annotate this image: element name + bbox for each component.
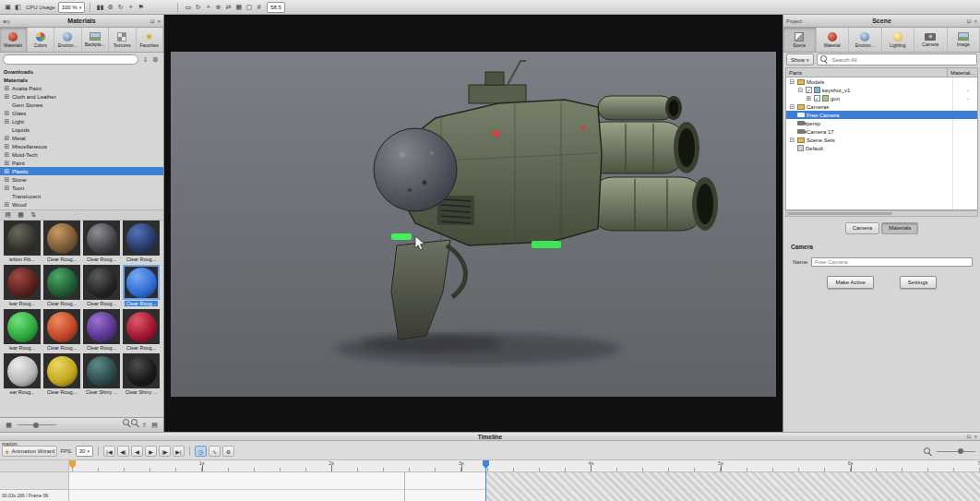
library-tree-item-light[interactable]: ⊞Light [0,117,163,125]
material-thumbnail-clear-roug[interactable]: Clear Roug... [122,265,161,309]
library-tab-textures[interactable]: Textures [109,28,137,52]
parts-column-header[interactable]: Parts [786,68,948,77]
scene-tree-item-camera-17[interactable]: Camera 17 [786,127,977,136]
expander-icon[interactable]: ⊞ [4,201,10,208]
scene-tree-item-gun[interactable]: ⊞✓gun- [786,94,977,102]
sync-icon[interactable]: ↻ [115,2,125,12]
library-tree-item-glass[interactable]: ⊞Glass [0,109,163,117]
slider-handle[interactable] [33,423,39,428]
material-thumbnail-clear-roug[interactable]: Clear Roug... [82,309,122,353]
expander-icon[interactable]: ⊞ [4,93,10,100]
grid-icon[interactable]: ▦ [233,2,244,12]
zoom-icon[interactable] [123,419,131,427]
thumb-view-icon[interactable]: ▦ [16,210,26,221]
close-icon[interactable]: × [974,433,977,440]
library-tab-environ[interactable]: Environ... [54,28,82,52]
library-tree-item-liquids[interactable]: Liquids [0,125,163,134]
library-tab-materials[interactable]: Materials [0,28,28,52]
scene-tree-item-scene-sets[interactable]: ⊟Scene Sets [786,136,977,144]
material-thumbnail-lear-roug[interactable]: lear Roug... [3,265,42,309]
playhead-line[interactable] [485,464,486,501]
library-settings-icon[interactable]: ⚙ [150,54,161,65]
material-column-header[interactable]: Material... [948,68,977,77]
folder-icon[interactable]: ▤ [149,421,160,431]
expander-icon[interactable]: ⊟ [789,103,795,110]
fps-select[interactable]: 30 ▾ [76,446,93,457]
material-thumbnail-clear-roug[interactable]: Clear Roug... [42,265,82,309]
expander-icon[interactable]: ⊞ [4,176,10,183]
grid-view-icon[interactable]: ▦ [4,420,14,430]
project-tab-scene[interactable]: Scene [783,28,817,52]
next-frame-button[interactable]: |▶ [159,446,171,457]
scene-search-input[interactable] [831,56,974,64]
scene-tree-item-cameras[interactable]: ⊟Cameras [786,102,977,111]
timeline-zoom-icon[interactable] [924,447,932,456]
prev-frame-button[interactable]: ◀| [117,446,129,457]
material-thumbnail-arbon-fib[interactable]: arbon Fib... [3,221,42,265]
list-view-icon[interactable]: ▤ [3,210,13,221]
library-tab-favorites[interactable]: ★Favorites [137,28,164,52]
realtime-viewport[interactable] [164,15,783,432]
close-icon[interactable]: × [974,18,977,25]
library-tree-item-mold-tech[interactable]: ⊞Mold-Tech [0,150,163,159]
expander-icon[interactable]: ⊟ [789,137,795,143]
library-tree-item-toon[interactable]: ⊞Toon [0,184,163,192]
flip-icon[interactable]: ⇄ [223,2,233,12]
scrollbar-thumb[interactable] [787,212,892,215]
project-tab-material[interactable]: Material [817,28,850,52]
scene-tree-item-persp[interactable]: persp [786,119,977,127]
settings-icon[interactable]: ⚙ [105,2,115,12]
project-tab-lighting[interactable]: Lighting [882,28,915,52]
expander-icon[interactable]: ⊞ [4,160,10,166]
material-thumbnail-clear-roug[interactable]: Clear Roug... [82,221,122,265]
up-icon[interactable]: ⇧ [139,421,149,431]
library-tab-backpla[interactable]: Backpla... [82,28,110,52]
expander-icon[interactable]: ⊞ [4,185,10,191]
expander-icon[interactable]: ⊞ [4,118,10,125]
expander-icon[interactable]: ⊞ [4,85,10,91]
material-thumbnail-clear-shiny[interactable]: Clear Shiny ... [82,353,122,398]
scene-tree-item-free-camera[interactable]: Free Camera [786,111,977,119]
material-thumbnail-clear-roug[interactable]: Clear Roug... [42,221,82,265]
pause-icon[interactable]: ▮▮ [95,2,105,12]
expander-icon[interactable]: ⊟ [789,78,795,85]
timeline-zoom-slider[interactable] [937,447,975,456]
scene-tree-hscrollbar[interactable] [785,210,978,217]
expander-icon[interactable]: ⊞ [4,151,10,158]
measure-icon[interactable]: # [254,2,264,12]
library-tree-item-plastic[interactable]: ⊞Plastic [0,167,163,175]
library-tree-item-downloads[interactable]: Downloads [0,67,163,76]
timeline-ruler[interactable]: 1s2s3s4s5s6s7s [0,460,980,472]
material-thumbnail-clear-roug[interactable]: Clear Roug... [42,353,82,398]
expander-icon[interactable]: ⊞ [4,135,10,141]
visibility-checkbox[interactable]: ✓ [806,87,812,93]
library-tree-item-gem-stones[interactable]: Gem Stones [0,101,163,109]
play-reverse-button[interactable]: ◀ [131,446,143,457]
library-tree-item-paint[interactable]: ⊞Paint [0,159,163,167]
go-start-button[interactable]: |◀ [103,446,115,457]
make-active-button[interactable]: Make Active [827,276,873,289]
scene-tree-item-keyshot-v1[interactable]: ⊟✓keyshot_v1- [786,86,977,94]
fit-icon[interactable] [131,419,139,427]
realtime-toggle[interactable]: ◷ [195,446,207,457]
material-thumbnail-ear-roug[interactable]: ear Roug... [3,353,42,398]
library-dock-label[interactable]: ary [3,18,10,24]
select-icon[interactable]: ▭ [183,2,193,12]
timeline-tracks[interactable]: 00:03s:166 / Frame 96 [0,472,980,501]
resolution-select[interactable]: 100 % ▾ [58,2,86,13]
screen-icon[interactable]: ▢ [244,2,254,12]
zoom-tool-icon[interactable]: ⊕ [213,2,223,12]
material-thumbnail-clear-shiny[interactable]: Clear Shiny ... [122,353,161,398]
project-tab-environ[interactable]: Environ... [849,28,882,52]
scene-tree-item-default[interactable]: Default [786,144,977,152]
settings-button[interactable]: Settings [900,276,937,289]
library-search-input[interactable] [3,54,138,65]
animation-wizard-button[interactable]: ★ Animation Wizard [2,446,57,457]
material-thumbnail-clear-roug[interactable]: Clear Roug... [82,265,122,309]
project-tab-image[interactable]: Image [948,28,980,52]
expander-icon[interactable]: ⊟ [797,87,804,93]
close-icon[interactable]: × [157,18,161,25]
library-tree-item-axalta-paint[interactable]: ⊞Axalta Paint [0,84,163,92]
timeline-settings-button[interactable]: ⚙ [222,446,234,457]
project-tab-camera[interactable]: Camera [914,28,948,52]
